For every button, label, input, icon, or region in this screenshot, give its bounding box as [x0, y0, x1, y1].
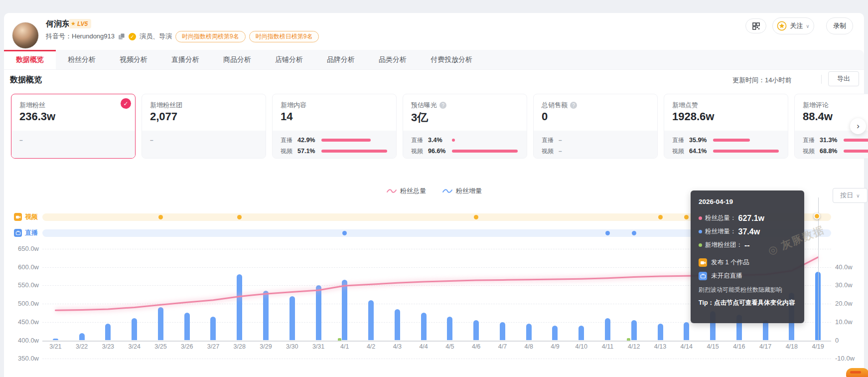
tooltip-date: 2026-04-19	[699, 198, 796, 205]
help-icon[interactable]: ?	[439, 102, 446, 109]
metric-dot-icon	[699, 230, 702, 233]
metric-dot-icon	[699, 243, 702, 247]
stat-card[interactable]: 总销售额?0直播–视频–	[533, 94, 658, 159]
tab-商品分析[interactable]: 商品分析	[211, 50, 263, 69]
tooltip-tip: Tip：点击节点可查看具体变化内容	[699, 299, 796, 307]
period-label: 按日	[840, 191, 853, 200]
bar-fan-increment[interactable]	[289, 296, 295, 340]
bar-fanclub	[338, 338, 341, 341]
bar-fan-increment[interactable]	[105, 324, 111, 340]
y-axis-label-left: 450.0w	[8, 318, 39, 326]
bar-fan-increment[interactable]	[79, 333, 85, 341]
qr-code-button[interactable]	[745, 18, 766, 33]
qr-code-icon	[752, 22, 760, 30]
tooltip-metric-row: 粉丝总量：627.1w	[699, 211, 796, 225]
tooltip-event-row: 发布 1 个作品	[699, 256, 796, 269]
bar-fan-increment[interactable]	[395, 309, 400, 340]
tabs-bar: 数据概览粉丝分析视频分析直播分析商品分析店铺分析品牌分析品类分析付费投放分析	[4, 50, 864, 70]
y-axis-label-left: 500.0w	[8, 300, 39, 307]
tab-数据概览[interactable]: 数据概览	[4, 50, 56, 69]
x-axis-label: 4/1	[333, 343, 356, 350]
stat-card[interactable]: 新增内容14直播42.9%视频57.1%	[272, 94, 397, 159]
bar-fan-increment[interactable]	[763, 320, 768, 340]
follow-button[interactable]: 关注 ∨	[772, 17, 814, 34]
x-axis-label: 4/4	[412, 343, 435, 350]
bar-fan-increment[interactable]	[53, 339, 58, 341]
x-axis-label: 4/11	[596, 343, 619, 350]
y-axis-label-left: 650.0w	[8, 245, 39, 252]
rank-badge-weekly: 时尚指数榜周榜第9名	[175, 31, 246, 42]
update-time: 更新时间：14小时前	[732, 76, 791, 85]
rank-badge-daily: 时尚指数榜日榜第9名	[249, 31, 319, 42]
x-axis-label: 4/9	[544, 343, 567, 350]
bar-fan-increment[interactable]	[132, 318, 137, 340]
stat-card[interactable]: 新增粉丝236.3w–✓	[11, 94, 136, 159]
y-axis-label-right: 30.0w	[835, 281, 853, 289]
profile-roles: 演员、导演	[140, 32, 172, 41]
stat-card[interactable]: 新增粉丝团2,077–	[142, 94, 266, 159]
avatar	[12, 22, 39, 49]
app: 何润东 ★ LV5 抖音号：Herundong913 ✓ 演员、导演 时尚指数榜…	[0, 0, 868, 377]
x-axis-label: 3/24	[123, 343, 146, 350]
help-icon[interactable]: ?	[570, 102, 577, 109]
bar-fan-increment[interactable]	[500, 322, 505, 341]
bar-fan-increment[interactable]	[184, 313, 190, 340]
live-day-dot[interactable]	[605, 231, 610, 235]
bar-fan-increment[interactable]	[552, 326, 558, 340]
stat-card[interactable]: 预估曝光?3亿直播3.4%视频96.6%	[403, 94, 527, 159]
bar-fan-increment[interactable]	[210, 317, 216, 341]
legend-item-粉丝总量[interactable]: 粉丝总量	[386, 187, 426, 195]
bar-fan-increment[interactable]	[631, 320, 637, 340]
video-post-dot[interactable]	[658, 215, 663, 219]
bar-fan-increment[interactable]	[526, 324, 532, 340]
stat-card-value: 3亿	[411, 110, 428, 125]
bar-fan-increment[interactable]	[263, 291, 269, 340]
tab-付费投放分析[interactable]: 付费投放分析	[419, 50, 484, 69]
breakdown-row: 直播3.4%	[411, 135, 519, 145]
stat-card-breakdown: 直播3.4%视频96.6%	[403, 131, 527, 158]
x-axis-label: 3/22	[70, 343, 93, 350]
tab-店铺分析[interactable]: 店铺分析	[263, 50, 315, 69]
bar-fan-increment[interactable]	[368, 300, 374, 341]
bar-fan-increment[interactable]	[684, 322, 689, 341]
scroll-right-button[interactable]: ›	[850, 118, 866, 134]
x-axis-label: 4/5	[438, 343, 461, 350]
y-axis-label-left: 350.0w	[8, 355, 39, 362]
bar-fan-increment[interactable]	[421, 313, 427, 340]
export-label: 导出	[837, 74, 850, 83]
tab-粉丝分析[interactable]: 粉丝分析	[56, 50, 108, 69]
tab-品类分析[interactable]: 品类分析	[367, 50, 419, 69]
bar-fan-increment[interactable]	[658, 324, 663, 340]
stat-card-value: 1928.6w	[672, 110, 714, 123]
record-button[interactable]: 录制	[826, 17, 853, 34]
bar-fan-increment[interactable]	[605, 318, 610, 340]
tab-视频分析[interactable]: 视频分析	[108, 50, 159, 69]
tab-品牌分析[interactable]: 品牌分析	[315, 50, 367, 69]
bar-fan-increment[interactable]	[316, 285, 321, 340]
legend-item-粉丝增量[interactable]: 粉丝增量	[442, 187, 482, 195]
bar-fan-increment[interactable]	[158, 307, 163, 340]
tab-直播分析[interactable]: 直播分析	[159, 50, 211, 69]
selected-check-icon: ✓	[121, 98, 131, 109]
live-icon	[699, 272, 707, 280]
y-axis-label-right: 10.0w	[835, 318, 853, 326]
mascot-logo	[846, 368, 868, 377]
export-button[interactable]: 导出	[828, 71, 859, 86]
y-axis-label-left: 550.0w	[8, 281, 39, 289]
stat-card[interactable]: 新增点赞1928.6w直播35.9%视频64.1%	[664, 94, 788, 159]
live-day-dot[interactable]	[632, 231, 636, 235]
video-post-dot[interactable]	[158, 215, 163, 219]
bar-fan-increment[interactable]	[579, 326, 584, 340]
bar-fan-increment[interactable]	[237, 274, 242, 340]
bar-fan-increment[interactable]	[342, 280, 347, 340]
legend-wave-icon	[442, 188, 453, 194]
bar-fan-increment[interactable]	[473, 320, 479, 340]
copy-icon[interactable]	[118, 33, 125, 40]
period-selector[interactable]: 按日 ∨	[833, 188, 868, 203]
video-icon	[699, 258, 707, 267]
x-axis-label: 4/16	[727, 343, 750, 350]
breakdown-row: 直播42.9%	[281, 135, 388, 145]
bar-fan-increment[interactable]	[447, 317, 452, 341]
level-badge: ★ LV5	[69, 19, 91, 28]
stat-card-value: 2,077	[150, 110, 177, 123]
